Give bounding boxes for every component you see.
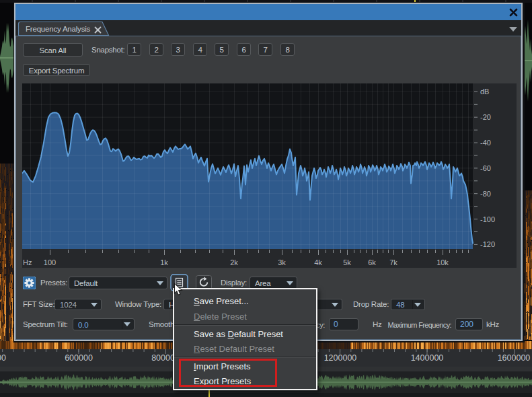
svg-text:-80: -80 [480, 190, 491, 198]
svg-text:2k: 2k [230, 258, 238, 266]
svg-text:dB: dB [480, 87, 489, 96]
svg-text:1600000: 1600000 [498, 353, 531, 363]
svg-text:400000: 400000 [0, 353, 6, 363]
svg-text:Hz: Hz [23, 258, 32, 266]
svg-text:10k: 10k [436, 258, 449, 266]
svg-text:7k: 7k [389, 258, 397, 266]
svg-text:5k: 5k [343, 258, 351, 266]
svg-text:1400000: 1400000 [411, 353, 444, 363]
svg-text:3k: 3k [278, 258, 286, 266]
svg-text:4k: 4k [314, 258, 322, 266]
svg-text:-20: -20 [480, 113, 491, 121]
svg-text:-40: -40 [480, 139, 491, 147]
svg-text:600000: 600000 [65, 353, 93, 363]
svg-text:-60: -60 [480, 164, 491, 172]
svg-text:1200000: 1200000 [324, 353, 357, 363]
svg-text:6k: 6k [368, 258, 376, 266]
svg-text:1k: 1k [160, 258, 168, 266]
svg-text:100: 100 [44, 258, 56, 266]
svg-text:-100: -100 [480, 215, 495, 223]
svg-text:-120: -120 [480, 240, 495, 248]
